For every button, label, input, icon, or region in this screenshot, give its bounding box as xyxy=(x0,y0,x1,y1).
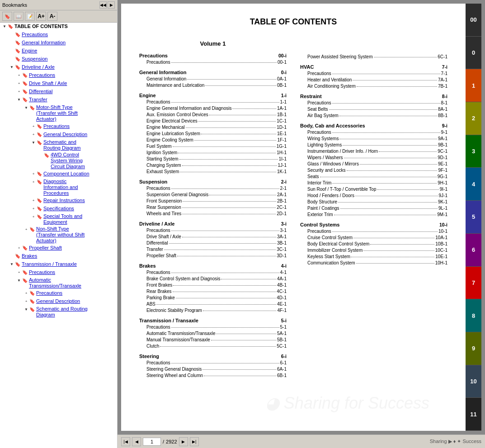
toggle-ms-schematic[interactable]: ▼ xyxy=(31,139,36,146)
toggle-non-shift[interactable]: + xyxy=(24,226,29,233)
tree-item-brakes[interactable]: – 🔖 Brakes xyxy=(0,252,117,260)
section-tab-5[interactable]: 5 xyxy=(466,201,481,234)
entry-label: Exhaust System xyxy=(146,169,179,175)
section-tab-2[interactable]: 2 xyxy=(466,102,481,135)
page-number-input[interactable] xyxy=(143,438,161,446)
section-tab-0[interactable]: 0 xyxy=(466,37,481,70)
bookmark-icon-non-shift: 🔖 xyxy=(29,226,35,233)
entry-label: Manual Transmission/Transaxle xyxy=(146,337,210,343)
tree-item-toc[interactable]: ▼ 🔖 TABLE OF CONTENTS xyxy=(0,23,117,31)
section-tab-1[interactable]: 1 xyxy=(466,69,481,102)
tree-item-dl-propeller[interactable]: + 🔖 Propeller Shaft xyxy=(0,244,117,252)
section-tab-00[interactable]: 00 xyxy=(466,4,481,37)
entry-label: Ignition System xyxy=(146,150,177,156)
tree-item-ms-repair[interactable]: + 🔖 Repair Instructions xyxy=(0,197,117,205)
section-tab-4[interactable]: 4 xyxy=(466,168,481,201)
tree-item-dl-precautions[interactable]: + 🔖 Precautions xyxy=(0,71,117,80)
tree-item-dl-transfer[interactable]: ▼ 🔖 Transfer xyxy=(0,96,117,104)
tree-item-motor-shift[interactable]: ▼ 🔖 Motor-Shift Type(Transfer with Shift… xyxy=(0,104,117,123)
toggle-ms-diag[interactable]: + xyxy=(31,179,36,186)
bookmark-icon-driveline: 🔖 xyxy=(14,64,21,71)
main-content: TABLE OF CONTENTS Volume 1 Precautions00… xyxy=(118,0,485,448)
toc-right-col: Power Assisted Steering System6C-1HVAC7-… xyxy=(300,40,447,382)
bookmark-remove-btn[interactable]: 📖 xyxy=(14,12,24,21)
tree-item-tr-precautions[interactable]: + 🔖 Precautions xyxy=(0,269,117,277)
prev-page-btn[interactable]: ◀ xyxy=(132,437,141,446)
tree-item-dl-driveshaft[interactable]: + 🔖 Drive Shaft / Axle xyxy=(0,80,117,88)
toggle-engine: – xyxy=(9,47,14,55)
tree-item-tr-auto-precautions[interactable]: + 🔖 Precautions xyxy=(0,289,117,297)
toggle-dl-differential[interactable]: + xyxy=(16,88,22,95)
toc-section: HVAC7-iPrecautions7-1Heater and Ventilat… xyxy=(300,64,447,90)
tree-item-ms-gen-desc[interactable]: + 🔖 General Description xyxy=(0,131,117,139)
tree-item-precautions[interactable]: – 🔖 Precautions xyxy=(0,31,117,39)
bookmark-icon-motor-shift: 🔖 xyxy=(29,104,35,112)
toggle-ms-specs[interactable]: + xyxy=(31,205,36,212)
bookmarks-tree[interactable]: ▼ 🔖 TABLE OF CONTENTS – 🔖 Precautions – … xyxy=(0,23,117,448)
toggle-toc[interactable]: ▼ xyxy=(2,23,7,30)
tree-item-suspension[interactable]: – 🔖 Suspension xyxy=(0,55,117,63)
toggle-motor-shift[interactable]: ▼ xyxy=(24,104,29,112)
toggle-tr-precautions[interactable]: + xyxy=(16,269,22,276)
tree-item-driveline[interactable]: ▼ 🔖 Driveline / Axle xyxy=(0,63,117,71)
tree-item-transmission[interactable]: ▼ 🔖 Transmission / Transaxle xyxy=(0,260,117,269)
toggle-tr-auto-precautions[interactable]: + xyxy=(24,290,29,297)
bookmark-icon-brakes: 🔖 xyxy=(14,253,21,260)
section-tab-10[interactable]: 10 xyxy=(466,365,481,398)
tree-item-ms-comp-loc[interactable]: + 🔖 Component Location xyxy=(0,170,117,178)
bottom-bar: |◀ ◀ / 2922 ▶ ▶| Sharing ▶ ♦ ✦ Success xyxy=(118,434,485,448)
tree-item-tr-automatic[interactable]: ▼ 🔖 AutomaticTransmission/Transaxle xyxy=(0,277,117,289)
toggle-precautions: – xyxy=(9,31,14,38)
label-tr-auto-schematic: Schematic and RoutingDiagram xyxy=(35,306,88,318)
tree-item-engine[interactable]: – 🔖 Engine xyxy=(0,47,117,55)
section-tab-7[interactable]: 7 xyxy=(466,267,481,300)
toggle-tr-auto-gen-desc[interactable]: + xyxy=(24,298,29,305)
section-tab-8[interactable]: 8 xyxy=(466,299,481,332)
toggle-tr-automatic[interactable]: ▼ xyxy=(16,277,22,284)
tree-item-ms-tools[interactable]: + 🔖 Special Tools andEquipment xyxy=(0,213,117,226)
entry-label: Air Bag System xyxy=(307,113,339,119)
toggle-driveline[interactable]: ▼ xyxy=(9,64,14,71)
toc-entry-row: Steering Wheel and Column6B-1 xyxy=(139,373,287,379)
toggle-ms-repair[interactable]: + xyxy=(31,197,36,204)
toggle-ms-precautions[interactable]: + xyxy=(31,123,36,130)
entry-label: Engine Cooling System xyxy=(146,137,193,143)
tree-item-ms-diag[interactable]: + 🔖 DiagnosticInformation andProcedures xyxy=(0,178,117,197)
expand-btn[interactable]: ▶ xyxy=(108,1,115,9)
tree-item-tr-auto-gen-desc[interactable]: + 🔖 General Description xyxy=(0,297,117,306)
toggle-ms-comp-loc[interactable]: + xyxy=(31,170,36,178)
toggle-ms-tools[interactable]: + xyxy=(31,213,36,221)
toggle-dl-driveshaft[interactable]: + xyxy=(16,80,22,87)
toggle-tr-auto-schematic[interactable]: ▼ xyxy=(24,306,29,313)
font-decrease-btn[interactable]: A- xyxy=(47,12,57,21)
tree-item-dl-differential[interactable]: + 🔖 Differential xyxy=(0,88,117,96)
entry-page: 9F-1 xyxy=(438,167,447,174)
toggle-dl-propeller[interactable]: + xyxy=(16,245,22,252)
tree-item-ms-4wd[interactable]: – 🔖 4WD ControlSystem WiringCircuit Diag… xyxy=(0,151,117,170)
toggle-dl-precautions[interactable]: + xyxy=(16,72,22,79)
tree-item-non-shift[interactable]: + 🔖 Non-Shift Type(Transfer without Shif… xyxy=(0,226,117,244)
next-page-btn[interactable]: ▶ xyxy=(179,437,188,446)
bookmark-edit-btn[interactable]: 📝 xyxy=(25,12,35,21)
section-tab-6[interactable]: 6 xyxy=(466,234,481,267)
tree-item-ms-schematic[interactable]: ▼ 🔖 Schematic andRouting Diagram xyxy=(0,139,117,151)
section-tab-9[interactable]: 9 xyxy=(466,332,481,365)
section-tab-3[interactable]: 3 xyxy=(466,135,481,168)
font-increase-btn[interactable]: A+ xyxy=(36,12,46,21)
last-page-btn[interactable]: ▶| xyxy=(190,437,199,446)
tree-item-tr-auto-schematic[interactable]: ▼ 🔖 Schematic and RoutingDiagram xyxy=(0,306,117,318)
tree-item-ms-specs[interactable]: + 🔖 Specifications xyxy=(0,205,117,213)
toc-entry-row: Precautions1-1 xyxy=(139,99,287,105)
toggle-ms-gen-desc[interactable]: + xyxy=(31,131,36,138)
tree-item-general-info[interactable]: – 🔖 General Information xyxy=(0,39,117,47)
section-tab-11[interactable]: 11 xyxy=(466,398,481,431)
bookmark-add-btn[interactable]: 🔖 xyxy=(2,12,12,21)
toggle-transmission[interactable]: ▼ xyxy=(9,261,14,268)
collapse-btn[interactable]: ◀◀ xyxy=(99,1,107,9)
tree-item-ms-precautions[interactable]: + 🔖 Precautions xyxy=(0,123,117,131)
bookmarks-controls: ◀◀ ▶ xyxy=(99,1,115,9)
entry-page: 7-1 xyxy=(441,71,447,77)
entry-label: Steering General Diagnosis xyxy=(146,366,202,373)
first-page-btn[interactable]: |◀ xyxy=(121,437,130,446)
toggle-dl-transfer[interactable]: ▼ xyxy=(16,96,22,104)
